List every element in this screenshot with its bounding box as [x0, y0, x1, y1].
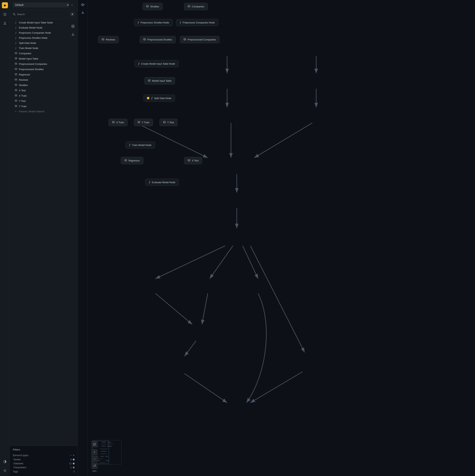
- settings-nav-button[interactable]: [2, 468, 8, 474]
- datasets-count: 11: [69, 462, 72, 465]
- graph-node-split-data[interactable]: ƒ Split Data Node: [143, 95, 175, 102]
- graph-node-label: Preprocess Shuttles Node: [141, 21, 169, 24]
- svg-point-39: [148, 80, 150, 80]
- svg-point-41: [138, 121, 140, 122]
- avatar-button[interactable]: A: [70, 12, 75, 17]
- reset-view-button[interactable]: ↺: [91, 463, 98, 469]
- node-label: Companies: [19, 52, 31, 55]
- list-item-x-train[interactable]: X Train: [10, 93, 78, 98]
- svg-rect-58: [105, 456, 108, 457]
- graph-node-x-train[interactable]: X Train: [108, 119, 128, 126]
- layers-toolbar-button[interactable]: [79, 1, 86, 8]
- svg-point-37: [144, 38, 146, 39]
- svg-line-25: [155, 246, 225, 279]
- canvas-controls: + − ↺ 94%: [91, 449, 98, 472]
- list-item-y-train[interactable]: Y Train: [10, 103, 78, 109]
- list-item-evaluate-model[interactable]: ƒ Evaluate Model Node: [10, 25, 78, 30]
- search-input[interactable]: [17, 13, 69, 16]
- node-label: Create Model Input Table Node: [19, 21, 53, 24]
- graph-node-preprocess-companies[interactable]: ƒ Preprocess Companies Node: [176, 19, 218, 26]
- svg-point-7: [15, 68, 17, 69]
- graph-node-shuttles[interactable]: Shuttles: [143, 3, 163, 10]
- contrast-button[interactable]: [2, 459, 8, 465]
- logo-button[interactable]: ◆: [2, 2, 8, 8]
- list-item-reviews[interactable]: Reviews: [10, 77, 78, 83]
- function-icon: ƒ: [14, 21, 17, 24]
- graph-node-model-input-table[interactable]: Model Input Table: [144, 77, 175, 85]
- element-types-caret[interactable]: ▼: [73, 454, 75, 456]
- diamond-icon: ◆: [4, 4, 6, 7]
- graph-node-train-model[interactable]: ƒ Train Model Node: [125, 141, 155, 149]
- map-view-button[interactable]: [91, 441, 98, 447]
- nodes-dot: [73, 459, 75, 460]
- node-label: Reviews: [19, 78, 28, 81]
- list-item-model-input-table[interactable]: Model Input Table: [10, 56, 78, 61]
- svg-rect-54: [101, 451, 107, 452]
- svg-point-42: [164, 121, 165, 122]
- download-toolbar-button[interactable]: [79, 9, 86, 16]
- svg-point-8: [15, 73, 17, 74]
- element-types-minus[interactable]: −: [70, 454, 72, 457]
- zoom-out-button[interactable]: −: [91, 456, 98, 462]
- graph-node-regressor[interactable]: Regressor: [121, 157, 143, 164]
- dataset-icon: [14, 105, 17, 108]
- toolbar-strip: [78, 0, 88, 476]
- graph-node-x-test[interactable]: X Test: [184, 157, 202, 164]
- graph-node-label: Train Model Node: [132, 144, 151, 147]
- svg-rect-53: [100, 448, 108, 449]
- node-label: Evaluate Model Node: [19, 26, 42, 29]
- list-item-x-test[interactable]: X Test: [10, 88, 78, 93]
- svg-rect-52: [107, 446, 112, 447]
- svg-point-43: [125, 159, 127, 160]
- layers-tool-button[interactable]: [69, 23, 76, 30]
- download-tool-button[interactable]: [69, 31, 76, 38]
- list-item-shuttles[interactable]: Shuttles: [10, 83, 78, 88]
- main-canvas[interactable]: Shuttles Companies ƒ Preprocess Shuttles…: [88, 0, 475, 476]
- pipeline-nav-button[interactable]: [2, 11, 8, 17]
- graph-node-companies[interactable]: Companies: [184, 3, 208, 10]
- svg-point-2: [4, 470, 5, 471]
- collapse-button[interactable]: «: [69, 2, 75, 8]
- graph-node-label: Regressor: [129, 159, 140, 162]
- node-label: Preprocessed Companies: [19, 63, 47, 65]
- pipeline-graph: Shuttles Companies ƒ Preprocess Shuttles…: [88, 0, 475, 476]
- flask-nav-button[interactable]: [2, 20, 8, 26]
- search-icon: [13, 13, 16, 16]
- list-item-preprocessed-companies[interactable]: Preprocessed Companies: [10, 61, 78, 67]
- zoom-level-label: 94%: [91, 470, 98, 472]
- dataset-node-icon: [188, 159, 190, 162]
- graph-node-label: Shuttles: [150, 5, 159, 8]
- node-label: Train Model Node: [19, 47, 38, 50]
- list-item-create-model[interactable]: ƒ Create Model Input Table Node: [10, 20, 78, 25]
- list-item-preprocessed-shuttles[interactable]: Preprocessed Shuttles: [10, 67, 78, 72]
- graph-node-y-train[interactable]: Y Train: [134, 119, 153, 126]
- graph-node-preprocessed-shuttles[interactable]: Preprocessed Shuttles: [140, 36, 176, 43]
- datasets-filter-label: Datasets: [14, 462, 23, 465]
- list-item-preprocess-shuttles[interactable]: ƒ Preprocess Shuttles Node: [10, 35, 78, 40]
- list-item-companies[interactable]: Companies: [10, 51, 78, 56]
- graph-node-create-model-input[interactable]: ƒ Create Model Input Table Node: [134, 60, 179, 67]
- dataset-node-icon: [112, 121, 115, 124]
- zoom-in-button[interactable]: +: [91, 449, 98, 455]
- graph-node-preprocessed-companies[interactable]: Preprocessed Companies: [180, 36, 220, 43]
- list-item-y-test[interactable]: Y Test: [10, 98, 78, 103]
- parameters-dot: [73, 467, 75, 468]
- svg-rect-57: [100, 456, 103, 457]
- node-label: X Train: [19, 94, 27, 97]
- list-item-regressor[interactable]: Regressor: [10, 72, 78, 77]
- graph-node-preprocess-shuttles[interactable]: ƒ Preprocess Shuttles Node: [134, 19, 173, 26]
- list-item-preprocess-companies[interactable]: ƒ Preprocess Companies Node: [10, 30, 78, 35]
- function-icon: ƒ: [14, 37, 17, 39]
- project-selector[interactable]: Default: [13, 2, 69, 7]
- list-item-train-model[interactable]: ƒ Train Model Node: [10, 46, 78, 51]
- graph-node-reviews[interactable]: Reviews: [98, 36, 119, 43]
- download-toolbar-icon: [81, 11, 84, 14]
- graph-node-y-test[interactable]: Y Test: [160, 119, 178, 126]
- contrast-icon: [3, 460, 7, 463]
- list-item-split-data[interactable]: ƒ Split Data Node: [10, 40, 78, 46]
- node-label: X Test: [19, 89, 26, 92]
- graph-node-evaluate-model[interactable]: ƒ Evaluate Model Node: [145, 179, 179, 186]
- parameters-filter-row: Parameters 1: [13, 465, 75, 469]
- node-label: Params: Model Options: [19, 110, 45, 113]
- list-item-params-model[interactable]: ≡ Params: Model Options: [10, 109, 78, 114]
